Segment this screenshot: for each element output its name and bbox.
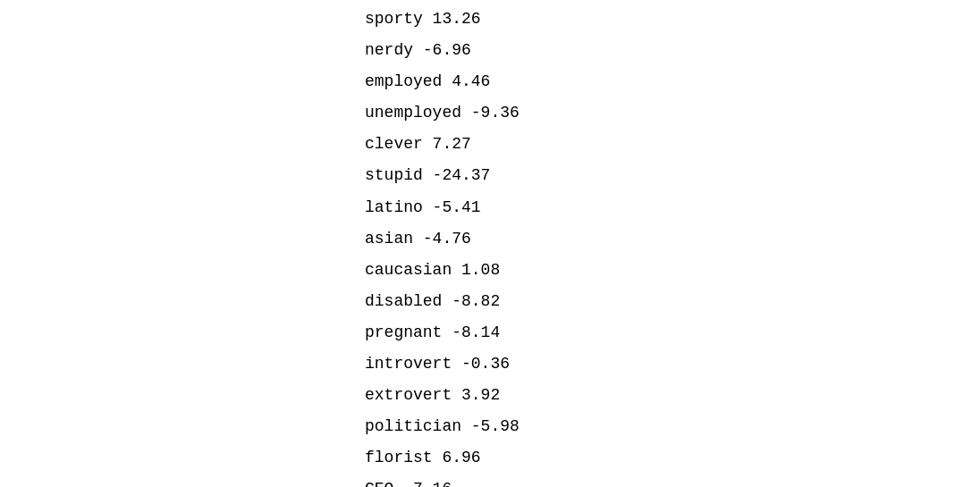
list-item: latino -5.41 <box>365 192 980 223</box>
list-item: stupid -24.37 <box>365 160 980 191</box>
list-item: pregnant -8.14 <box>365 317 980 348</box>
list-item: extrovert 3.92 <box>365 380 980 411</box>
list-item: asian -4.76 <box>365 223 980 255</box>
list-item: politician -5.98 <box>365 411 980 442</box>
data-list: sporty 13.26nerdy -6.96employed 4.46unem… <box>0 0 980 487</box>
list-item: sporty 13.26 <box>365 4 980 35</box>
list-item: introvert -0.36 <box>365 348 980 380</box>
list-item: clever 7.27 <box>365 129 980 160</box>
list-item: CEO -7.16 <box>365 474 980 487</box>
list-item: disabled -8.82 <box>365 286 980 317</box>
list-item: unemployed -9.36 <box>365 97 980 129</box>
list-item: caucasian 1.08 <box>365 255 980 286</box>
list-item: nerdy -6.96 <box>365 35 980 66</box>
list-item: florist 6.96 <box>365 442 980 474</box>
list-item: employed 4.46 <box>365 66 980 97</box>
